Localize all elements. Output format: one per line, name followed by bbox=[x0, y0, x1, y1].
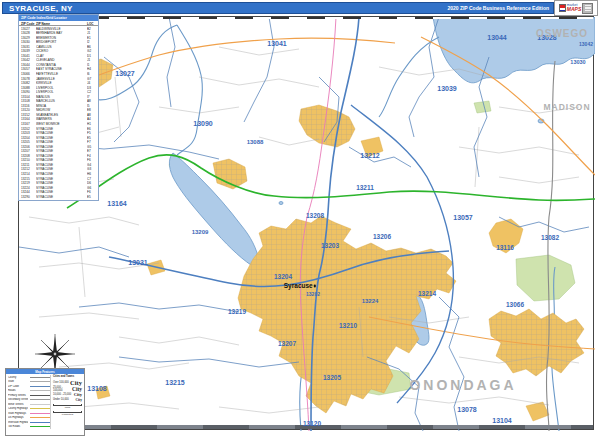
edition-label: 2020 ZIP Code Business Reference Edition bbox=[447, 5, 549, 11]
county-boundary bbox=[546, 61, 555, 431]
logo-thumbnail bbox=[582, 3, 593, 14]
zip-index-table: ZIP Code Index/Grid Locator ZIP Code ZIP… bbox=[18, 14, 99, 201]
legend-feature-row: Toll Roads bbox=[8, 425, 50, 430]
legend-city-row: Over 100,000City bbox=[53, 379, 82, 386]
col-zip-code: ZIP Code bbox=[21, 22, 36, 26]
col-loc: LOC bbox=[87, 22, 96, 26]
map-canvas bbox=[18, 16, 594, 430]
legend-city-key: Cities and Towns Over 100,000City25,000 … bbox=[50, 375, 82, 429]
map-artwork bbox=[19, 17, 595, 431]
table-row: 13290SYRACUSEE5 bbox=[21, 195, 96, 200]
map-legend: Map Features CountyStateZIP CodeRoadsPri… bbox=[5, 368, 85, 436]
scale-bar-km: Kilometers bbox=[53, 411, 82, 417]
page-title: SYRACUSE, NY bbox=[9, 4, 73, 13]
logo-flag-icon bbox=[559, 4, 566, 12]
col-zip-name: ZIP Name bbox=[36, 22, 87, 26]
publisher-logo: market MAPS bbox=[554, 0, 598, 16]
map-neatline-bottom bbox=[19, 425, 593, 429]
zip-index-rows: 13027BALDWINSVILLEB213028BERNHARDS BAYJ1… bbox=[19, 26, 98, 199]
logo-brand-bottom: MAPS bbox=[567, 7, 581, 12]
zip-index-column-headers: ZIP Code ZIP Name LOC bbox=[19, 21, 98, 26]
title-bar: SYRACUSE, NY 2020 ZIP Code Business Refe… bbox=[2, 2, 554, 14]
scale-km-label: Kilometers bbox=[53, 413, 82, 416]
legend-city-row: Under 10,000City bbox=[53, 397, 82, 402]
scale-miles-label: Miles bbox=[53, 406, 82, 409]
legend-feature-list: CountyStateZIP CodeRoadsPrimary StreetsS… bbox=[8, 375, 50, 429]
scale-bar-miles: Miles bbox=[53, 404, 82, 410]
map-neatline-top bbox=[19, 17, 593, 19]
